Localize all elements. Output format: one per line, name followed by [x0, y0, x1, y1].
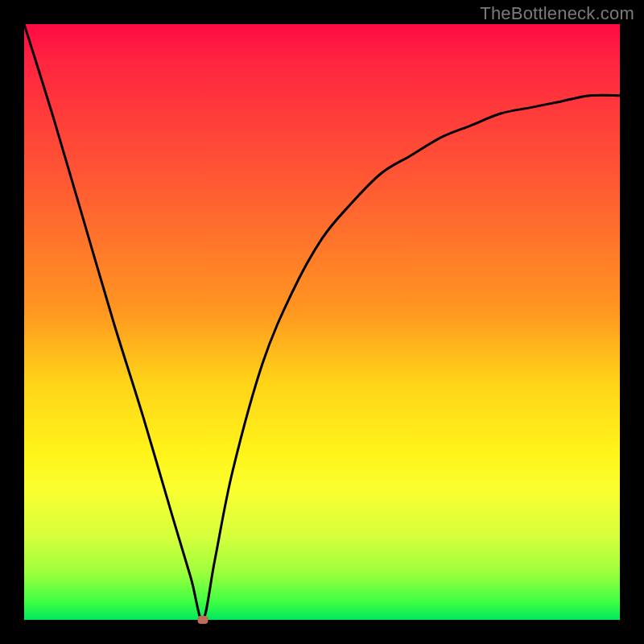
bottleneck-curve — [24, 24, 620, 620]
chart-frame: TheBottleneck.com — [0, 0, 644, 644]
plot-area — [24, 24, 620, 620]
minimum-marker — [198, 616, 208, 624]
watermark-text: TheBottleneck.com — [480, 3, 634, 24]
